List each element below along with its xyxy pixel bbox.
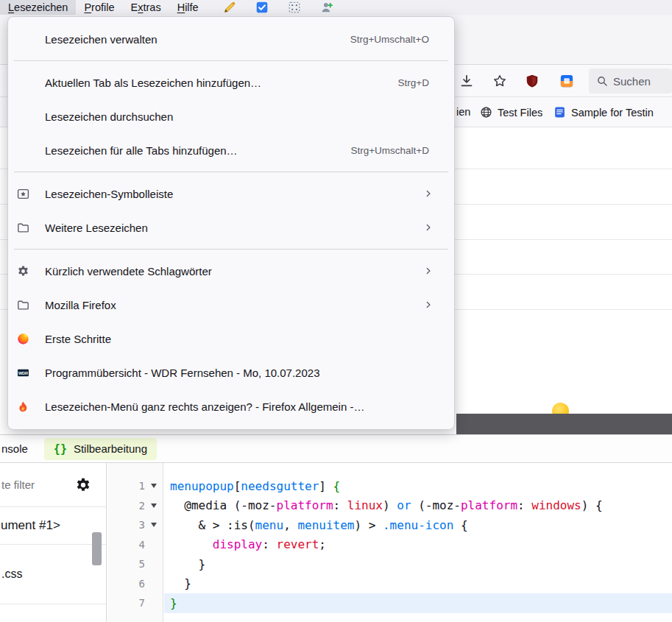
extension-icon[interactable] bbox=[559, 74, 574, 88]
fold-arrow-icon[interactable] bbox=[151, 523, 157, 527]
search-input[interactable] bbox=[613, 75, 666, 88]
menu-item-label: Erste Schritte bbox=[45, 333, 111, 345]
menu-item-shortcut: Strg+Umschalt+D bbox=[337, 145, 429, 156]
dots-grid-icon[interactable] bbox=[288, 1, 301, 14]
code-token: { bbox=[453, 518, 467, 532]
menu-item[interactable]: Erste Schritte bbox=[8, 322, 454, 356]
fold-arrow-icon[interactable] bbox=[151, 503, 157, 508]
code-line-5[interactable]: } bbox=[164, 554, 672, 574]
gutter-line-5[interactable]: 5 bbox=[107, 554, 163, 574]
fold-arrow-icon[interactable] bbox=[151, 484, 157, 488]
menu-item-label: Lesezeichen für alle Tabs hinzufügen… bbox=[45, 144, 238, 157]
pencil-icon[interactable] bbox=[223, 1, 236, 14]
editor-code[interactable]: menupopup[needsgutter] { @media (-moz-pl… bbox=[164, 463, 672, 622]
line-number: 4 bbox=[107, 539, 163, 551]
code-line-7[interactable]: } bbox=[164, 593, 672, 613]
code-token: } bbox=[170, 596, 177, 610]
menubar-item-profile[interactable]: Profile bbox=[76, 0, 122, 15]
tab-console[interactable]: nsole bbox=[0, 442, 28, 455]
stylesheet-item-css[interactable]: .css bbox=[0, 545, 106, 604]
code-token: menu bbox=[255, 518, 284, 532]
menu-item[interactable]: WDRProgrammübersicht - WDR Fernsehen - M… bbox=[8, 356, 454, 389]
tab-style-editor[interactable]: {} Stilbearbeitung bbox=[44, 438, 157, 460]
code-token: : bbox=[517, 498, 531, 512]
check-badge-icon[interactable] bbox=[255, 1, 269, 14]
editor-gutter: 1234567 bbox=[107, 463, 163, 622]
bookmark-item-test-files[interactable]: Test Files bbox=[480, 97, 542, 127]
code-line-6[interactable]: } bbox=[164, 574, 672, 594]
chevron-right-icon bbox=[423, 266, 434, 276]
sidebar-scrollbar-thumb[interactable] bbox=[92, 532, 102, 565]
wdr-icon: WDR bbox=[17, 367, 38, 379]
menu-item[interactable]: Lesezeichen durchsuchen bbox=[8, 99, 454, 133]
screen: ien Test Files Sample for Testin Lesezei… bbox=[0, 0, 672, 622]
menu-item[interactable]: Lesezeichen verwaltenStrg+Umschalt+O bbox=[8, 22, 454, 56]
download-icon[interactable] bbox=[459, 74, 474, 88]
gutter-line-3[interactable]: 3 bbox=[107, 515, 163, 535]
gutter-line-4[interactable]: 4 bbox=[107, 535, 163, 555]
menu-item-label: Programmübersicht - WDR Fernsehen - Mo, … bbox=[45, 367, 319, 379]
menu-item[interactable]: Lesezeichen-Menü ganz rechts anzeigen? -… bbox=[8, 389, 454, 423]
code-token: ) > bbox=[354, 518, 383, 532]
line-number: 6 bbox=[107, 578, 163, 590]
menu-item-label: Lesezeichen verwalten bbox=[45, 33, 158, 46]
options-gear-icon[interactable] bbox=[75, 477, 91, 493]
code-token: menuitem bbox=[297, 518, 354, 532]
bookmark-item-clipped[interactable]: ien bbox=[456, 97, 470, 127]
bookmark-item-sample[interactable]: Sample for Testin bbox=[553, 97, 654, 127]
code-token: : bbox=[333, 498, 347, 512]
menu-separator bbox=[14, 60, 448, 61]
menubar-item-extras[interactable]: Extras bbox=[123, 0, 169, 15]
code-token: (-moz- bbox=[411, 498, 461, 512]
search-box[interactable] bbox=[589, 68, 672, 93]
stylesheet-item-document[interactable]: ument #1> bbox=[0, 507, 106, 545]
code-editor: 1234567 menupopup[needsgutter] { @media … bbox=[107, 463, 672, 622]
line-number: 5 bbox=[107, 558, 163, 570]
code-line-2[interactable]: @media (-moz-platform: linux) or (-moz-p… bbox=[164, 496, 672, 516]
code-token: [ bbox=[234, 479, 241, 493]
menu-item[interactable]: Mozilla Firefox bbox=[8, 288, 454, 322]
code-token bbox=[170, 537, 213, 551]
code-line-4[interactable]: display: revert; bbox=[164, 535, 672, 555]
menubar-item-hilfe[interactable]: Hilfe bbox=[169, 0, 207, 15]
chevron-right-icon bbox=[423, 222, 434, 233]
style-editor-icon: {} bbox=[54, 442, 67, 456]
page-icon bbox=[553, 106, 566, 119]
gutter-line-6[interactable]: 6 bbox=[107, 574, 163, 594]
style-editor-sidebar: ument #1> .css bbox=[0, 463, 107, 622]
code-token: or bbox=[397, 498, 411, 512]
menu-item[interactable]: Lesezeichen-Symbolleiste bbox=[8, 177, 454, 211]
gutter-line-7[interactable]: 7 bbox=[107, 593, 163, 613]
code-token: revert bbox=[277, 537, 319, 551]
menu-item[interactable]: Lesezeichen für alle Tabs hinzufügen…Str… bbox=[8, 133, 454, 167]
stylesheet-filter-input[interactable] bbox=[1, 478, 66, 491]
menu-item-label: Mozilla Firefox bbox=[45, 299, 116, 311]
code-token: } bbox=[170, 576, 191, 590]
ublock-shield-icon[interactable] bbox=[525, 74, 540, 88]
code-token: ; bbox=[319, 537, 326, 551]
menu-item-label: Aktuellen Tab als Lesezeichen hinzufügen… bbox=[45, 77, 261, 89]
add-person-icon[interactable] bbox=[320, 1, 333, 14]
code-line-3[interactable]: & > :is(menu, menuitem) > .menu-icon { bbox=[164, 515, 672, 535]
chevron-right-icon bbox=[423, 300, 434, 310]
menu-item[interactable]: Kürzlich verwendete Schlagwörter bbox=[8, 254, 454, 288]
code-token: linux bbox=[347, 498, 383, 512]
menu-item-label: Lesezeichen-Menü ganz rechts anzeigen? -… bbox=[45, 400, 364, 413]
menu-separator bbox=[14, 249, 448, 250]
code-token: : bbox=[262, 537, 276, 551]
chevron-right-icon bbox=[423, 188, 434, 199]
menu-item-label: Lesezeichen durchsuchen bbox=[45, 110, 173, 123]
bookmark-star-icon[interactable] bbox=[492, 74, 507, 88]
code-token: menupopup bbox=[170, 479, 234, 493]
gutter-line-2[interactable]: 2 bbox=[107, 496, 163, 516]
menu-item[interactable]: Weitere Lesezeichen bbox=[8, 211, 454, 244]
menubar-item-lesezeichen[interactable]: Lesezeichen bbox=[0, 0, 76, 15]
firefox-icon bbox=[17, 333, 38, 345]
gutter-line-1[interactable]: 1 bbox=[107, 476, 163, 496]
code-token: ) { bbox=[581, 498, 603, 512]
menu-item[interactable]: Aktuellen Tab als Lesezeichen hinzufügen… bbox=[8, 66, 454, 99]
menubar-items: LesezeichenProfileExtrasHilfe bbox=[0, 0, 672, 15]
bookmarks-menu-list: Lesezeichen verwaltenStrg+Umschalt+OAktu… bbox=[8, 17, 454, 428]
code-token: platform bbox=[461, 498, 517, 512]
code-line-1[interactable]: menupopup[needsgutter] { bbox=[164, 476, 672, 496]
